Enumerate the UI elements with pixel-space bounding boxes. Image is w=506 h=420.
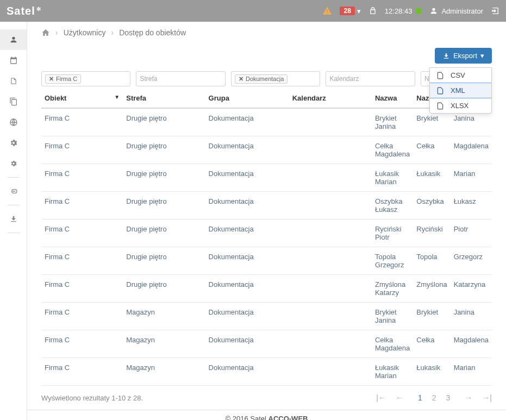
- table-cell: Brykiet Janina: [372, 303, 413, 330]
- filter-tag[interactable]: ✕Dokumentacja: [235, 74, 288, 84]
- table-wrap: Obiekt▼ Strefa Grupa Kalendarz Nazwa Naz…: [27, 90, 506, 386]
- table-row[interactable]: Firma CDrugie piętroDokumentacjaRyciński…: [41, 220, 492, 247]
- table-cell: Drugie piętro: [123, 275, 205, 303]
- sidebar-item-document[interactable]: [0, 71, 27, 91]
- table-cell: Dokumentacja: [205, 220, 289, 247]
- table-row[interactable]: Firma CDrugie piętroDokumentacjaBrykiet …: [41, 108, 492, 136]
- sidebar-item-user[interactable]: [0, 29, 27, 50]
- table-cell: [289, 108, 372, 136]
- column-header[interactable]: Grupa: [205, 90, 289, 108]
- table-cell: Dokumentacja: [205, 247, 289, 275]
- table-cell: Dokumentacja: [205, 303, 289, 330]
- filter-placeholder: Strefa: [140, 75, 157, 83]
- table-cell: Cełka: [413, 136, 450, 164]
- table-cell: Magdalena: [451, 136, 492, 164]
- column-header[interactable]: Kalendarz: [289, 90, 372, 108]
- table-cell: Dokumentacja: [205, 192, 289, 220]
- filter-grupa[interactable]: ✕Dokumentacja: [231, 71, 320, 86]
- sort-desc-icon: ▼: [114, 94, 120, 100]
- table-cell: Dokumentacja: [205, 108, 289, 136]
- export-option-xlsx[interactable]: XLSX: [430, 98, 491, 113]
- logout-icon[interactable]: [491, 7, 499, 15]
- table-cell: Ryciński Piotr: [372, 220, 413, 247]
- user-menu[interactable]: Administrator: [429, 7, 483, 15]
- filter-obiekt[interactable]: ✕Firma C: [41, 71, 130, 86]
- pager-page[interactable]: 3: [446, 393, 451, 402]
- table-cell: Topola Grzegorz: [372, 247, 413, 275]
- remove-tag-icon[interactable]: ✕: [49, 76, 54, 83]
- breadcrumb-item[interactable]: Użytkownicy: [64, 28, 106, 37]
- column-label: Obiekt: [45, 94, 66, 102]
- pager-page[interactable]: 1: [418, 393, 422, 402]
- sidebar-item-gears[interactable]: [0, 133, 27, 153]
- export-option-csv[interactable]: CSV: [430, 68, 491, 83]
- table-cell: Firma C: [41, 358, 123, 386]
- filter-tag[interactable]: ✕Firma C: [45, 74, 81, 84]
- export-option-xml[interactable]: XML: [430, 83, 491, 98]
- sidebar-separator: [8, 233, 20, 233]
- footer-product: ACCO-WEB: [268, 415, 308, 420]
- table-row[interactable]: Firma CDrugie piętroDokumentacjaCełka Ma…: [41, 136, 492, 164]
- breadcrumb-item[interactable]: Dostęp do obiektów: [119, 28, 186, 37]
- table-row[interactable]: Firma CDrugie piętroDokumentacjaZmyślona…: [41, 275, 492, 303]
- pager-page[interactable]: 2: [432, 393, 436, 402]
- table-cell: [289, 136, 372, 164]
- sidebar-item-calendar[interactable]: [0, 50, 27, 71]
- table-cell: Piotr: [451, 220, 492, 247]
- pager-last-icon[interactable]: →|: [482, 393, 492, 402]
- table-cell: Dokumentacja: [205, 330, 289, 358]
- export-option-label: XLSX: [451, 102, 468, 110]
- column-header[interactable]: Obiekt▼: [41, 90, 123, 108]
- topbar: Satel ✲ 28 ▾ 12:28:43 Administrator: [0, 0, 506, 22]
- table-cell: [289, 358, 372, 386]
- pager-prev-icon[interactable]: ←: [396, 393, 403, 402]
- status-dot-icon: [415, 8, 422, 14]
- sidebar-item-download[interactable]: [0, 209, 27, 229]
- sidebar-item-copy[interactable]: [0, 91, 27, 112]
- caret-down-icon: ▾: [357, 7, 361, 15]
- table-cell: Grzegorz: [451, 247, 492, 275]
- table-row[interactable]: Firma CDrugie piętroDokumentacjaŁukasik …: [41, 164, 492, 192]
- pager-next-icon[interactable]: →: [465, 393, 472, 402]
- notification-badge[interactable]: 28 ▾: [340, 7, 360, 15]
- toolbar: Eksport ▾ CSV XML XLSX: [27, 43, 506, 71]
- warning-icon[interactable]: [322, 6, 332, 16]
- table-row[interactable]: Firma CDrugie piętroDokumentacjaOszybka …: [41, 192, 492, 220]
- table-row[interactable]: Firma CMagazynDokumentacjaŁukasik Marian…: [41, 358, 492, 386]
- unlock-icon[interactable]: [368, 7, 377, 15]
- table-cell: Łukasik: [413, 164, 450, 192]
- export-option-label: XML: [451, 86, 465, 95]
- table-cell: Łukasik Marian: [372, 358, 413, 386]
- column-header[interactable]: Strefa: [123, 90, 205, 108]
- pager: |← ← 123 → →|: [376, 393, 492, 402]
- table-row[interactable]: Firma CMagazynDokumentacjaBrykiet Janina…: [41, 303, 492, 330]
- table-cell: Cełka Magdalena: [372, 136, 413, 164]
- table-cell: Drugie piętro: [123, 164, 205, 192]
- remove-tag-icon[interactable]: ✕: [239, 76, 243, 83]
- table-cell: Dokumentacja: [205, 275, 289, 303]
- filter-strefa[interactable]: Strefa: [136, 71, 225, 86]
- table-cell: Drugie piętro: [123, 247, 205, 275]
- table-cell: Marian: [451, 358, 492, 386]
- table-cell: Magazyn: [123, 358, 205, 386]
- table-cell: Drugie piętro: [123, 136, 205, 164]
- notification-count: 28: [340, 7, 354, 15]
- table-cell: Firma C: [41, 275, 123, 303]
- caret-down-icon: ▾: [480, 52, 484, 60]
- home-icon[interactable]: [41, 28, 50, 37]
- column-header[interactable]: Nazwa: [372, 90, 413, 108]
- table-row[interactable]: Firma CMagazynDokumentacjaCełka Magdalen…: [41, 330, 492, 358]
- table-cell: Oszybka Łukasz: [372, 192, 413, 220]
- table-cell: Cełka Magdalena: [372, 330, 413, 358]
- pager-first-icon[interactable]: |←: [376, 393, 386, 402]
- sidebar-item-gear[interactable]: [0, 153, 27, 174]
- sidebar-item-link[interactable]: [0, 181, 27, 202]
- sidebar-separator: [8, 177, 20, 178]
- table-header-row: Obiekt▼ Strefa Grupa Kalendarz Nazwa Naz: [41, 90, 492, 108]
- sidebar-item-globe[interactable]: [0, 112, 27, 133]
- table-row[interactable]: Firma CDrugie piętroDokumentacjaTopola G…: [41, 247, 492, 275]
- export-button[interactable]: Eksport ▾: [435, 48, 492, 64]
- filter-kalendarz[interactable]: Kalendarz: [326, 71, 415, 86]
- table-cell: Magazyn: [123, 330, 205, 358]
- user-label: Administrator: [441, 7, 483, 15]
